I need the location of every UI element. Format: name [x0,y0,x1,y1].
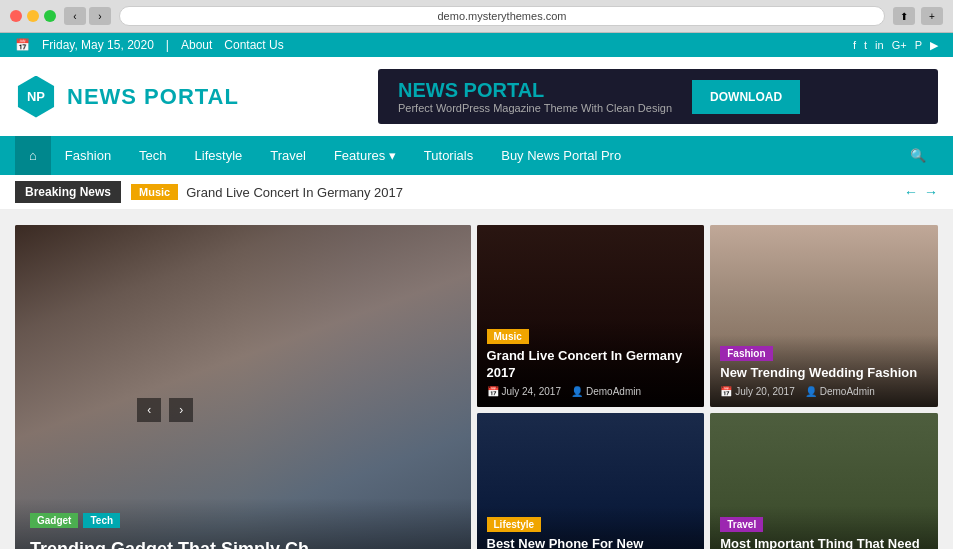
new-tab-button[interactable]: + [921,7,943,25]
wedding-card-overlay: Fashion New Trending Wedding Fashion 📅 J… [710,335,938,407]
calendar-icon: 📅 [15,38,30,52]
logo-hex: NP [15,76,57,118]
banner-ad: NEWS PORTAL Perfect WordPress Magazine T… [378,69,938,124]
wedding-card-meta: 📅 July 20, 2017 👤 DemoAdmin [720,386,928,397]
back-button[interactable]: ‹ [64,7,86,25]
minimize-button[interactable] [27,10,39,22]
travel-card-overlay: Travel Most Important Thing That Need To… [710,506,938,549]
phone-card[interactable]: Lifestyle Best New Phone For New Lifesty… [477,413,705,549]
about-link[interactable]: About [181,38,212,52]
prev-arrow[interactable]: ← [904,184,918,200]
breaking-news-badge: Music [131,184,178,200]
next-arrow[interactable]: → [924,184,938,200]
maximize-button[interactable] [44,10,56,22]
separator: | [166,38,169,52]
nav-tutorials[interactable]: Tutorials [410,136,487,175]
browser-chrome: ‹ › demo.mysterythemes.com ⬆ + [0,0,953,33]
breaking-news-label: Breaking News [15,181,121,203]
music-badge: Music [487,329,529,344]
breaking-news-arrows: ← → [904,184,938,200]
facebook-icon[interactable]: f [853,39,856,52]
breaking-news-bar: Breaking News Music Grand Live Concert I… [0,175,953,210]
wedding-date: 📅 July 20, 2017 [720,386,795,397]
nav-features[interactable]: Features ▾ [320,136,410,175]
travel-card[interactable]: Travel Most Important Thing That Need To… [710,413,938,549]
fashion-badge: Fashion [720,346,772,361]
content-grid: ‹ › Gadget Tech Trending Gadget That Sim… [15,225,938,549]
wedding-card[interactable]: Fashion New Trending Wedding Fashion 📅 J… [710,225,938,407]
nav-buttons: ‹ › [64,7,111,25]
site-wrapper: 📅 Friday, May 15, 2020 | About Contact U… [0,33,953,549]
music-author: 👤 DemoAdmin [571,386,641,397]
travel-card-title: Most Important Thing That Need To Carry … [720,536,928,549]
browser-actions: ⬆ + [893,7,943,25]
featured-badge-gadget: Gadget [30,513,78,528]
phone-card-title: Best New Phone For New Lifestyle [487,536,695,549]
carousel-prev[interactable]: ‹ [137,398,161,422]
logo[interactable]: NP NEWS PORTAL [15,76,239,118]
nav-buy[interactable]: Buy News Portal Pro [487,136,635,175]
top-bar-left: 📅 Friday, May 15, 2020 | About Contact U… [15,38,284,52]
search-icon[interactable]: 🔍 [898,136,938,175]
featured-title: Trending Gadget That Simply Ch... [30,538,456,549]
wedding-card-title: New Trending Wedding Fashion [720,365,928,382]
download-button[interactable]: DOWNLOAD [692,80,800,114]
travel-badge: Travel [720,517,763,532]
nav-fashion[interactable]: Fashion [51,136,125,175]
main-content: ‹ › Gadget Tech Trending Gadget That Sim… [0,210,953,549]
featured-card[interactable]: ‹ › Gadget Tech Trending Gadget That Sim… [15,225,471,549]
date-text: Friday, May 15, 2020 [42,38,154,52]
contact-link[interactable]: Contact Us [224,38,283,52]
music-card-meta: 📅 July 24, 2017 👤 DemoAdmin [487,386,695,397]
banner-title: NEWS PORTAL [398,79,672,102]
main-nav: ⌂ Fashion Tech Lifestyle Travel Features… [0,136,953,175]
traffic-lights [10,10,56,22]
wedding-author: 👤 DemoAdmin [805,386,875,397]
pinterest-icon[interactable]: P [915,39,922,52]
breaking-news-text: Grand Live Concert In Germany 2017 [186,185,904,200]
forward-button[interactable]: › [89,7,111,25]
music-card-overlay: Music Grand Live Concert In Germany 2017… [477,318,705,407]
nav-tech[interactable]: Tech [125,136,180,175]
music-card[interactable]: Music Grand Live Concert In Germany 2017… [477,225,705,407]
nav-travel[interactable]: Travel [256,136,320,175]
featured-badge-tech: Tech [83,513,120,528]
logo-text: NEWS PORTAL [67,84,239,110]
youtube-icon[interactable]: ▶ [930,39,938,52]
share-button[interactable]: ⬆ [893,7,915,25]
lifestyle-badge: Lifestyle [487,517,542,532]
music-card-title: Grand Live Concert In Germany 2017 [487,348,695,382]
featured-overlay: Gadget Tech Trending Gadget That Simply … [15,498,471,549]
phone-card-overlay: Lifestyle Best New Phone For New Lifesty… [477,506,705,549]
nav-lifestyle[interactable]: Lifestyle [181,136,257,175]
banner-subtitle: Perfect WordPress Magazine Theme With Cl… [398,102,672,114]
banner-ad-text: NEWS PORTAL Perfect WordPress Magazine T… [398,79,672,114]
music-date: 📅 July 24, 2017 [487,386,562,397]
carousel-next[interactable]: › [169,398,193,422]
close-button[interactable] [10,10,22,22]
googleplus-icon[interactable]: G+ [892,39,907,52]
site-header: NP NEWS PORTAL NEWS PORTAL Perfect WordP… [0,57,953,136]
top-bar: 📅 Friday, May 15, 2020 | About Contact U… [0,33,953,57]
twitter-icon[interactable]: t [864,39,867,52]
social-icons: f t in G+ P ▶ [853,39,938,52]
linkedin-icon[interactable]: in [875,39,884,52]
address-bar[interactable]: demo.mysterythemes.com [119,6,885,26]
nav-home[interactable]: ⌂ [15,136,51,175]
